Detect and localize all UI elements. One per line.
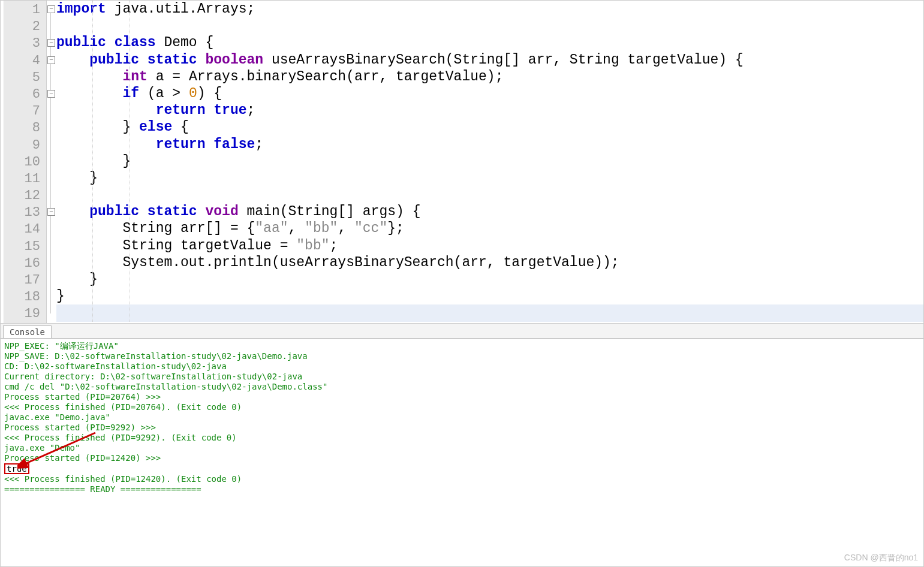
line-number: 2 bbox=[4, 19, 46, 35]
code-line[interactable]: if (a > 0) { bbox=[56, 85, 923, 102]
line-number: 3 bbox=[4, 35, 46, 52]
editor-area: 12345678910111213141516171819 −−−−− impo… bbox=[1, 1, 923, 324]
code-line[interactable]: String arr[] = {"aa", "bb", "cc"}; bbox=[56, 220, 923, 237]
code-line[interactable] bbox=[56, 17, 923, 34]
console-line: ================ READY ================ bbox=[4, 484, 920, 494]
tab-console[interactable]: Console bbox=[3, 325, 52, 338]
code-line[interactable]: String targetValue = "bb"; bbox=[56, 237, 923, 254]
line-number: 12 bbox=[4, 188, 46, 204]
line-number: 18 bbox=[4, 289, 46, 306]
line-number: 7 bbox=[4, 103, 46, 120]
code-line[interactable]: public static boolean useArraysBinarySea… bbox=[56, 52, 923, 68]
watermark-text: CSDN @西晋的no1 bbox=[844, 553, 918, 563]
console-output[interactable]: NPP_EXEC: "编译运行JAVA"NPP_SAVE: D:\02-soft… bbox=[1, 339, 923, 566]
line-number: 1 bbox=[4, 2, 46, 19]
fold-toggle-icon[interactable]: − bbox=[47, 39, 55, 47]
line-number: 8 bbox=[4, 120, 46, 137]
line-number: 19 bbox=[4, 306, 46, 322]
line-number: 9 bbox=[4, 137, 46, 154]
console-line: Process started (PID=9292) >>> bbox=[4, 423, 920, 433]
line-number: 4 bbox=[4, 53, 46, 70]
line-number: 14 bbox=[4, 221, 46, 238]
code-line[interactable]: } bbox=[56, 153, 923, 170]
line-number: 5 bbox=[4, 70, 46, 86]
code-line[interactable]: return false; bbox=[56, 136, 923, 153]
code-line[interactable]: return true; bbox=[56, 102, 923, 119]
code-editor[interactable]: import java.util.Arrays; public class De… bbox=[55, 1, 923, 323]
console-line: Process started (PID=12420) >>> bbox=[4, 453, 920, 463]
line-number: 15 bbox=[4, 239, 46, 255]
console-line: cmd /c del "D:\02-softwareInstallation-s… bbox=[4, 382, 920, 392]
code-line[interactable]: } else { bbox=[56, 119, 923, 135]
line-number: 13 bbox=[4, 204, 46, 221]
line-number-gutter[interactable]: 12345678910111213141516171819 bbox=[4, 1, 47, 323]
console-line: java.exe "Demo" bbox=[4, 443, 920, 453]
line-number: 11 bbox=[4, 171, 46, 188]
fold-column[interactable]: −−−−− bbox=[47, 1, 55, 323]
fold-toggle-icon[interactable]: − bbox=[47, 56, 55, 64]
fold-toggle-icon[interactable]: − bbox=[47, 208, 55, 216]
console-line: NPP_SAVE: D:\02-softwareInstallation-stu… bbox=[4, 351, 920, 361]
code-line[interactable] bbox=[56, 304, 923, 321]
console-line: <<< Process finished (PID=9292). (Exit c… bbox=[4, 433, 920, 443]
console-tabbar: Console bbox=[1, 324, 923, 339]
line-number: 16 bbox=[4, 255, 46, 272]
console-line: javac.exe "Demo.java" bbox=[4, 412, 920, 423]
program-output-value: true bbox=[4, 463, 29, 474]
code-line[interactable]: } bbox=[56, 288, 923, 304]
console-line: Process started (PID=20764) >>> bbox=[4, 392, 920, 402]
line-number: 10 bbox=[4, 154, 46, 171]
code-line[interactable]: public static void main(String[] args) { bbox=[56, 203, 923, 220]
fold-toggle-icon[interactable]: − bbox=[47, 5, 55, 13]
code-line[interactable]: import java.util.Arrays; bbox=[56, 1, 923, 17]
line-number: 6 bbox=[4, 86, 46, 103]
code-line[interactable]: } bbox=[56, 170, 923, 186]
console-output-line: true bbox=[4, 463, 920, 474]
console-line: Current directory: D:\02-softwareInstall… bbox=[4, 372, 920, 382]
line-number: 17 bbox=[4, 272, 46, 289]
code-line[interactable] bbox=[56, 186, 923, 203]
fold-toggle-icon[interactable]: − bbox=[47, 90, 55, 98]
code-line[interactable]: System.out.println(useArraysBinarySearch… bbox=[56, 254, 923, 271]
console-line: NPP_EXEC: "编译运行JAVA" bbox=[4, 341, 920, 351]
console-line: <<< Process finished (PID=12420). (Exit … bbox=[4, 474, 920, 484]
code-line[interactable]: int a = Arrays.binarySearch(arr, targetV… bbox=[56, 68, 923, 85]
console-line: CD: D:\02-softwareInstallation-study\02-… bbox=[4, 361, 920, 372]
code-line[interactable]: public class Demo { bbox=[56, 34, 923, 51]
code-line[interactable]: } bbox=[56, 271, 923, 288]
console-line: <<< Process finished (PID=20764). (Exit … bbox=[4, 402, 920, 412]
app-root: 12345678910111213141516171819 −−−−− impo… bbox=[0, 0, 924, 567]
